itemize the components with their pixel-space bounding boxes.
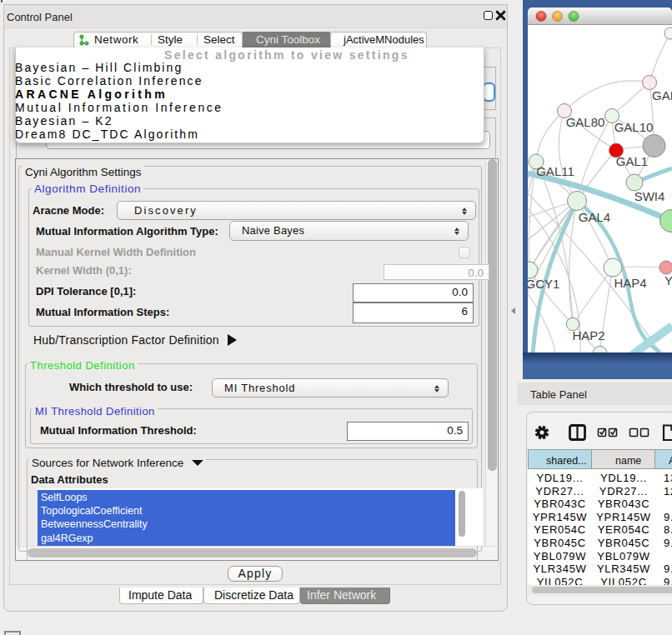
svg-text:GAL4: GAL4 [579,210,610,224]
svg-text:GAL2: GAL2 [652,88,672,102]
svg-text:HAP2: HAP2 [572,328,604,342]
svg-text:GCY1: GCY1 [528,277,559,291]
svg-text:SWI4: SWI4 [634,189,665,203]
svg-text:GAL11: GAL11 [536,164,574,178]
svg-text:GAL1: GAL1 [616,154,648,168]
svg-text:GAL80: GAL80 [566,115,605,129]
svg-text:Y: Y [664,273,672,288]
svg-text:GAL10: GAL10 [614,120,654,134]
svg-text:HAP4: HAP4 [614,276,646,290]
